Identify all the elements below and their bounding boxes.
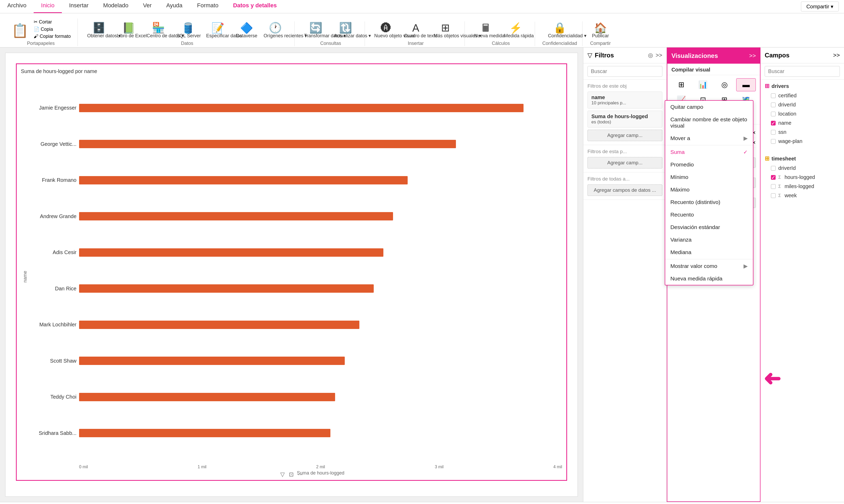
viz-icon-bar[interactable]: 📊: [693, 78, 713, 91]
libro-excel-button[interactable]: 📗Libro de Excel: [115, 22, 142, 40]
chart-more-icon[interactable]: ···: [298, 471, 302, 478]
ctx-maximo[interactable]: Máximo: [665, 183, 753, 196]
fields-table-timesheet: ⊞ timesheet driverId ✓ Σ hours-logged Σ …: [760, 152, 844, 203]
nuevo-objeto-visual-button[interactable]: 🅐Nuevo objeto visual: [372, 22, 400, 40]
field-ssn-label: ssn: [778, 129, 786, 135]
field-certified-checkbox[interactable]: [771, 93, 776, 98]
mas-objetos-button[interactable]: ⊞Más objetos visuales ▾: [432, 21, 459, 40]
viz-icon-donut[interactable]: ◎: [715, 78, 734, 91]
medida-rapida-button[interactable]: ⚡Medida rápida: [502, 22, 529, 40]
field-ts-week[interactable]: Σ week: [765, 191, 840, 200]
nueva-medida-button[interactable]: 🖩Nueva medida: [472, 22, 500, 40]
especificar-datos-button[interactable]: 📝Especificar datos: [204, 22, 232, 40]
publicar-button[interactable]: 🏠Publicar: [590, 22, 611, 40]
ctx-mover-a[interactable]: Mover a ▶: [665, 132, 753, 145]
copy-button[interactable]: 📄 Copia: [32, 26, 72, 33]
calculos-label: Cálculos: [492, 41, 510, 46]
field-wage-plan-checkbox[interactable]: [771, 139, 776, 144]
field-ts-hours-logged[interactable]: ✓ Σ hours-logged: [765, 173, 840, 182]
viz-icon-table[interactable]: ⊞: [671, 78, 691, 91]
ctx-mediana[interactable]: Mediana: [665, 246, 753, 258]
tab-modelado[interactable]: Modelado: [96, 0, 136, 13]
sql-server-button[interactable]: 🛢️SQL Server: [174, 22, 202, 40]
field-driverid[interactable]: driverId: [765, 100, 840, 109]
viz-icon-bar-horizontal[interactable]: ▬: [736, 78, 756, 91]
field-ts-miles-logged[interactable]: Σ miles-logged: [765, 182, 840, 191]
ctx-desviacion[interactable]: Desviación estándar: [665, 221, 753, 233]
chart-bar: [79, 104, 524, 112]
ctx-suma[interactable]: Suma ✓: [665, 146, 753, 158]
dataverse-button[interactable]: 🔷Dataverse: [234, 22, 259, 40]
chart-bar-name: Frank Romano: [30, 177, 76, 183]
field-ts-driverid[interactable]: driverId: [765, 164, 840, 173]
ctx-mostrar-valor[interactable]: Mostrar valor como ▶: [665, 260, 753, 272]
tab-insertar[interactable]: Insertar: [62, 0, 96, 13]
visualizations-panel: Visualizaciones >> Compilar visual ⊞ 📊 ◎…: [667, 48, 761, 502]
centro-datos-button[interactable]: 🏪Centro de datos ▾: [145, 21, 172, 40]
ctx-minimo[interactable]: Mínimo: [665, 171, 753, 183]
filter-add-btn-3[interactable]: Agregar campos de datos ...: [587, 184, 662, 196]
ctx-promedio[interactable]: Promedio: [665, 158, 753, 171]
filter-add-btn-2[interactable]: Agregar camp...: [587, 157, 662, 168]
origenes-recientes-button[interactable]: 🕐Orígenes recientes ▾: [262, 21, 289, 40]
field-ts-hours-logged-checkbox[interactable]: ✓: [771, 175, 776, 180]
ctx-mover-arrow: ▶: [743, 135, 748, 141]
field-certified[interactable]: certified: [765, 91, 840, 100]
cut-button[interactable]: ✂ Cortar: [32, 19, 72, 25]
field-wage-plan[interactable]: wage-plan: [765, 137, 840, 146]
tab-datos-detalles[interactable]: Datos y detalles: [226, 0, 284, 13]
field-ts-week-label: week: [785, 193, 797, 199]
paste-button[interactable]: 📋: [10, 22, 31, 40]
field-location[interactable]: location: [765, 109, 840, 119]
filters-more-icon[interactable]: >>: [655, 52, 662, 59]
ctx-varianza[interactable]: Varianza: [665, 233, 753, 246]
viz-expand-icon[interactable]: >>: [749, 52, 756, 59]
fields-expand-icon[interactable]: >>: [833, 52, 840, 59]
field-ts-week-checkbox[interactable]: [771, 193, 776, 198]
filters-search-input[interactable]: [587, 66, 662, 77]
field-name[interactable]: ✓ name: [765, 119, 840, 128]
field-ts-driverid-checkbox[interactable]: [771, 166, 776, 170]
filter-card-hours[interactable]: Suma de hours-logged es (todos): [587, 111, 662, 128]
fields-search-input[interactable]: [765, 66, 840, 77]
tab-archivo[interactable]: Archivo: [0, 0, 34, 13]
canvas-area: Suma de hours-logged por name name Jamie…: [0, 48, 583, 502]
tab-ver[interactable]: Ver: [136, 0, 159, 13]
tab-inicio[interactable]: Inicio: [34, 0, 61, 13]
field-driverid-checkbox[interactable]: [771, 103, 776, 107]
chart-focus-icon[interactable]: ⊡: [289, 471, 294, 478]
filters-expand-icon[interactable]: ◎: [648, 52, 653, 59]
ribbon-group-portapapeles: 📋 ✂ Cortar 📄 Copia 🖌 Copiar formato Port…: [4, 19, 78, 46]
insertar-label: Insertar: [408, 41, 424, 46]
field-ts-miles-logged-checkbox[interactable]: [771, 184, 776, 189]
context-menu: Quitar campo Cambiar nombre de este obje…: [665, 100, 753, 285]
filter-card-name[interactable]: name 10 principales p...: [587, 92, 662, 109]
confidencialidad-button[interactable]: 🔒Confidencialidad ▾: [546, 21, 574, 40]
ctx-recuento-distintivo[interactable]: Recuento (distintivo): [665, 196, 753, 209]
ctx-nueva-medida[interactable]: Nueva medida rápida: [665, 272, 753, 285]
ctx-recuento[interactable]: Recuento: [665, 209, 753, 221]
obtener-datos-button[interactable]: 🗄️Obtener datos ▾: [85, 21, 113, 40]
field-ts-miles-logged-label: miles-logged: [785, 183, 814, 190]
share-button[interactable]: Compartir ▾: [801, 2, 839, 12]
chart-x-axis: 0 mil1 mil2 mil3 mil4 mil: [30, 464, 562, 469]
filter-add-btn-1[interactable]: Agregar camp...: [587, 130, 662, 141]
field-ts-driverid-label: driverId: [778, 165, 796, 171]
field-ssn[interactable]: ssn: [765, 128, 840, 137]
field-wage-plan-label: wage-plan: [778, 138, 802, 144]
ctx-quitar-campo[interactable]: Quitar campo: [665, 101, 753, 113]
format-copy-button[interactable]: 🖌 Copiar formato: [32, 33, 72, 40]
cuadro-texto-button[interactable]: ACuadro de texto: [402, 22, 429, 40]
transformar-datos-button[interactable]: 🔄Transformar datos ▾: [302, 21, 330, 40]
viz-panel-title: Visualizaciones: [671, 52, 747, 59]
field-name-checkbox[interactable]: ✓: [771, 121, 776, 125]
tab-ayuda[interactable]: Ayuda: [159, 0, 190, 13]
chart-visual[interactable]: Suma de hours-logged por name name Jamie…: [16, 64, 567, 481]
ctx-cambiar-nombre[interactable]: Cambiar nombre de este objeto visual: [665, 113, 753, 132]
actualizar-datos-button[interactable]: 🔃Actualizar datos ▾: [332, 21, 359, 40]
field-ssn-checkbox[interactable]: [771, 130, 776, 134]
tab-formato[interactable]: Formato: [190, 0, 226, 13]
chart-y-label: name: [21, 77, 30, 476]
field-location-checkbox[interactable]: [771, 112, 776, 116]
chart-filter-icon[interactable]: ▽: [280, 471, 285, 478]
